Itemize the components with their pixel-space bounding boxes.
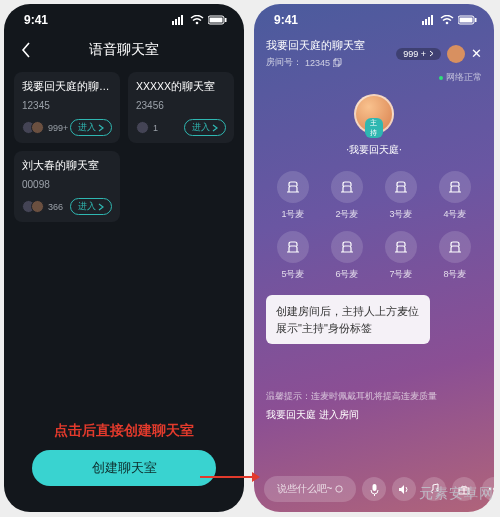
svg-rect-19 [372, 484, 376, 491]
avatar-stack [136, 121, 149, 134]
host-seat[interactable]: 主持 ·我要回天庭· [254, 94, 494, 157]
avatar[interactable] [447, 45, 465, 63]
status-bar: 9:41 [4, 4, 244, 36]
room-name: 刘大春的聊天室 [22, 159, 112, 173]
room-id: 房间号：12345 [266, 56, 365, 69]
svg-point-22 [493, 488, 494, 490]
warm-tip: 温馨提示：连麦时佩戴耳机将提高连麦质量 [266, 390, 482, 403]
create-hint: 点击后直接创建聊天室 [4, 422, 244, 440]
room-code: 23456 [136, 100, 226, 111]
room-header: 我要回天庭的聊天室 房间号：12345 999 + ✕ 网络正常 [254, 36, 494, 84]
host-avatar: 主持 [354, 94, 394, 134]
svg-rect-6 [210, 18, 223, 23]
seat-empty-icon [439, 231, 471, 263]
room-card-list: 我要回天庭的聊天室 12345 999+ 进入 XXXXX的聊天室 23456 … [4, 68, 244, 226]
more-button[interactable] [482, 477, 494, 501]
svg-point-18 [336, 486, 342, 492]
svg-rect-0 [172, 21, 174, 25]
room-name: 我要回天庭的聊天室 [22, 80, 112, 94]
host-name: ·我要回天庭· [346, 143, 402, 157]
member-count: 1 [153, 123, 158, 133]
seat-empty-icon [331, 231, 363, 263]
status-bar: 9:41 [254, 4, 494, 36]
system-message: 我要回天庭 进入房间 [266, 408, 482, 422]
enter-button[interactable]: 进入 [184, 119, 226, 136]
bottom-bar: 说些什么吧~ [254, 476, 494, 502]
mic-button[interactable] [362, 477, 386, 501]
room-code: 00098 [22, 179, 112, 190]
svg-marker-25 [252, 472, 260, 482]
wifi-icon [440, 15, 454, 25]
svg-rect-10 [428, 17, 430, 25]
seat[interactable]: 4号麦 [430, 171, 480, 221]
status-time: 9:41 [24, 13, 48, 27]
seat-empty-icon [277, 171, 309, 203]
room-card[interactable]: 刘大春的聊天室 00098 366 进入 [14, 151, 120, 222]
gift-button[interactable] [452, 477, 476, 501]
svg-rect-2 [178, 17, 180, 25]
seat[interactable]: 6号麦 [322, 231, 372, 281]
svg-rect-17 [333, 60, 339, 67]
title-bar: 语音聊天室 [4, 36, 244, 68]
seat-empty-icon [331, 171, 363, 203]
room-code: 12345 [22, 100, 112, 111]
seat-empty-icon [385, 231, 417, 263]
close-icon[interactable]: ✕ [471, 46, 482, 61]
room-name: XXXXX的聊天室 [136, 80, 226, 94]
copy-icon[interactable] [333, 58, 342, 67]
phone-room-list: 9:41 语音聊天室 我要回天庭的聊天室 12345 999+ 进入 [4, 4, 244, 512]
signal-icon [172, 15, 186, 25]
svg-rect-16 [335, 58, 341, 65]
svg-rect-14 [460, 18, 473, 23]
emoji-icon [335, 485, 343, 493]
signal-icon [422, 15, 436, 25]
avatar-stack [22, 200, 44, 213]
seat[interactable]: 5号麦 [268, 231, 318, 281]
seat[interactable]: 3号麦 [376, 171, 426, 221]
room-title: 我要回天庭的聊天室 [266, 38, 365, 53]
svg-point-21 [489, 488, 491, 490]
seat-grid: 1号麦 2号麦 3号麦 4号麦 5号麦 6号麦 7号麦 8号麦 [254, 157, 494, 281]
svg-rect-7 [225, 18, 227, 22]
status-icons [422, 15, 478, 25]
page-title: 语音聊天室 [16, 41, 232, 59]
svg-point-4 [196, 22, 199, 25]
avatar-stack [22, 121, 44, 134]
music-button[interactable] [422, 477, 446, 501]
svg-rect-15 [475, 18, 477, 22]
seat[interactable]: 7号麦 [376, 231, 426, 281]
phone-room-detail: 9:41 我要回天庭的聊天室 房间号：12345 999 + [254, 4, 494, 512]
svg-rect-8 [422, 21, 424, 25]
status-icons [172, 15, 228, 25]
seat[interactable]: 8号麦 [430, 231, 480, 281]
svg-rect-3 [181, 15, 183, 25]
tip-bubble: 创建房间后，主持人上方麦位 展示"主持"身份标签 [266, 295, 430, 344]
svg-point-12 [446, 22, 449, 25]
network-status: 网络正常 [266, 72, 482, 84]
seat-empty-icon [385, 171, 417, 203]
status-time: 9:41 [274, 13, 298, 27]
seat[interactable]: 1号麦 [268, 171, 318, 221]
member-count: 366 [48, 202, 63, 212]
seat-empty-icon [277, 231, 309, 263]
seat-empty-icon [439, 171, 471, 203]
wifi-icon [190, 15, 204, 25]
svg-rect-11 [431, 15, 433, 25]
create-room-button[interactable]: 创建聊天室 [32, 450, 216, 486]
room-card[interactable]: XXXXX的聊天室 23456 1 进入 [128, 72, 234, 143]
battery-icon [458, 15, 478, 25]
room-card[interactable]: 我要回天庭的聊天室 12345 999+ 进入 [14, 72, 120, 143]
svg-rect-1 [175, 19, 177, 25]
battery-icon [208, 15, 228, 25]
annotation-arrow [198, 470, 260, 484]
enter-button[interactable]: 进入 [70, 119, 112, 136]
speaker-button[interactable] [392, 477, 416, 501]
member-count: 999+ [48, 123, 68, 133]
svg-rect-9 [425, 19, 427, 25]
chat-input[interactable]: 说些什么吧~ [264, 476, 356, 502]
enter-button[interactable]: 进入 [70, 198, 112, 215]
member-count-pill[interactable]: 999 + [396, 48, 441, 60]
host-badge: 主持 [365, 118, 383, 138]
seat[interactable]: 2号麦 [322, 171, 372, 221]
